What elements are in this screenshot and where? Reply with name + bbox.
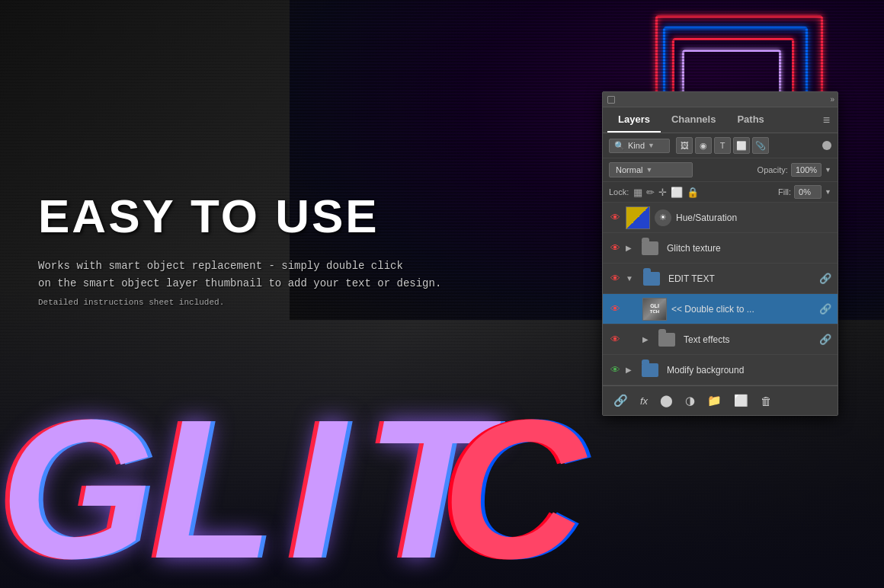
expand-arrow-modify-bg[interactable]: ▶ [626,366,632,374]
panel-tabs: Layers Channels Paths ≡ [603,107,838,133]
link-layer-button[interactable]: 🔗 [610,392,631,409]
layer-thumb-double-click: GLI TCH [642,298,667,321]
kind-dropdown-arrow: ▼ [648,142,655,149]
subtext: Works with smart object replacement - si… [38,257,441,309]
layer-name-double-click: << Double click to ... [671,304,815,315]
panel-titlebar: » [603,92,838,107]
layer-name-modify-bg: Modify background [667,365,831,375]
visibility-icon-hue[interactable]: 👁 [609,212,621,224]
layer-thumb-edit-text [639,267,664,290]
layer-double-click[interactable]: 👁 GLI TCH << Double click to ... 🔗 [603,294,838,324]
lock-all-icon[interactable]: 🔒 [687,187,699,198]
folder-icon-edit-text [643,272,660,286]
adjustment-button[interactable]: ◑ [682,392,698,409]
text-overlay: EASY TO USE Works with smart object repl… [38,190,441,310]
expand-arrow-edit-text[interactable]: ▼ [626,274,633,283]
filter-adjust-icon[interactable]: ◉ [695,137,712,154]
add-mask-button[interactable]: ⬤ [657,392,676,409]
panel-menu-icon[interactable]: ≡ [820,110,833,130]
tab-layers[interactable]: Layers [607,107,661,133]
visibility-icon-double-click[interactable]: 👁 [609,303,621,315]
filter-image-icon[interactable]: 🖼 [676,137,693,154]
layer-edit-text[interactable]: 👁 ▼ EDIT TEXT 🔗 [603,264,838,294]
layer-modify-background[interactable]: 👁 ▶ Modify background [603,355,838,385]
tab-channels[interactable]: Channels [661,107,727,133]
layer-glitch-texture[interactable]: 👁 ▶ Glitch texture [603,233,838,264]
layer-thumb-glitch [638,237,662,260]
kind-label: Kind [628,141,645,150]
neon-letter-g: G [0,375,146,588]
layer-thumb-text-effects [655,328,679,351]
bottom-toolbar: 🔗 fx ⬤ ◑ 📁 ⬜ 🗑 [603,385,838,415]
fill-dropdown-arrow: ▼ [825,188,831,196]
subtext-small: Detailed instructions sheet included. [38,296,441,310]
expand-arrow-glitch[interactable]: ▶ [626,244,632,252]
opacity-value[interactable]: 100% [791,163,822,177]
blend-row: Normal ▼ Opacity: 100% ▼ [603,158,838,182]
neon-letter-c: C [442,375,578,588]
filter-icons: 🖼 ◉ T ⬜ 📎 [676,137,769,154]
neon-letter-i: I [290,375,337,588]
tab-group: Layers Channels Paths [607,107,775,133]
layer-name-hue: Hue/Saturation [676,213,831,223]
neon-letter-l: L [152,375,266,588]
visibility-icon-glitch[interactable]: 👁 [609,242,621,254]
layers-panel: » Layers Channels Paths ≡ 🔍 Kind ▼ 🖼 ◉ T… [602,91,838,416]
lock-label: Lock: [609,187,629,197]
visibility-icon-edit-text[interactable]: 👁 [609,273,621,285]
lock-paint-icon[interactable]: ✏ [646,187,655,198]
filter-row: 🔍 Kind ▼ 🖼 ◉ T ⬜ 📎 [603,133,838,158]
panel-collapse-button[interactable]: » [830,95,833,104]
link-icon-text-effects: 🔗 [819,334,831,345]
layer-thumb-modify-bg [638,359,662,382]
search-icon: 🔍 [614,141,625,151]
folder-icon-modify-bg [642,363,658,377]
fill-value[interactable]: 0% [794,185,822,199]
lock-row: Lock: ▦ ✏ ✛ ⬜ 🔒 Fill: 0% ▼ [603,182,838,203]
opacity-dropdown-arrow: ▼ [825,166,831,174]
layer-thumb-hue [626,206,650,229]
layer-text-effects[interactable]: 👁 ▶ Text effects 🔗 [603,324,838,355]
fill-group: Fill: 0% ▼ [778,185,831,199]
lock-pixels-icon[interactable]: ▦ [633,187,642,198]
new-layer-button[interactable]: ⬜ [731,392,751,409]
delete-layer-button[interactable]: 🗑 [757,393,775,409]
filter-smart-icon[interactable]: 📎 [752,137,769,154]
opacity-label: Opacity: [757,165,788,174]
smart-thumb: GLI TCH [643,299,666,320]
adjustment-icon-hue: ☀ [655,209,671,226]
link-icon-edit-text: 🔗 [819,273,831,284]
main-headline: EASY TO USE [38,190,441,242]
lock-move-icon[interactable]: ✛ [658,187,667,198]
lock-icons: ▦ ✏ ✛ ⬜ 🔒 [633,187,699,198]
subtext-line1: Works with smart object replacement - si… [38,257,441,274]
fill-label: Fill: [778,187,791,197]
filter-text-icon[interactable]: T [714,137,731,154]
panel-close-button[interactable] [607,96,615,104]
visibility-icon-modify-bg[interactable]: 👁 [609,364,621,376]
layers-list: 👁 ☀ Hue/Saturation 👁 ▶ Glitch texture 👁 … [603,203,838,385]
tab-paths[interactable]: Paths [726,107,774,133]
folder-icon-text-effects [658,333,675,347]
opacity-group: Opacity: 100% ▼ [757,163,831,177]
new-group-button[interactable]: 📁 [704,392,725,409]
blend-mode-select[interactable]: Normal ▼ [609,162,693,177]
expand-arrow-text-effects[interactable]: ▶ [642,335,649,344]
fx-button[interactable]: fx [637,394,651,408]
folder-icon-glitch [642,241,658,255]
lock-artboards-icon[interactable]: ⬜ [671,187,683,198]
link-icon-double-click: 🔗 [819,303,831,315]
blend-dropdown-arrow: ▼ [645,166,652,174]
layer-name-edit-text: EDIT TEXT [668,273,815,284]
filter-shape-icon[interactable]: ⬜ [733,137,750,154]
layer-name-glitch: Glitch texture [667,243,831,254]
subtext-line2: on the smart object layer thumbnail to a… [38,275,441,292]
blend-mode-label: Normal [616,165,642,174]
filter-dot [822,141,831,150]
layer-name-text-effects: Text effects [684,334,815,345]
layer-hue-saturation[interactable]: 👁 ☀ Hue/Saturation [603,203,838,233]
visibility-icon-text-effects[interactable]: 👁 [609,334,621,346]
kind-filter-select[interactable]: 🔍 Kind ▼ [609,139,670,153]
